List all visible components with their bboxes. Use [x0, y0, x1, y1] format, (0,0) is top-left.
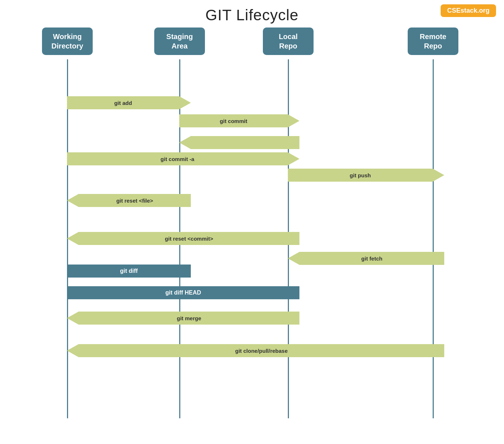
arrow-git-commit: git commit [179, 114, 299, 127]
csestack-badge: CSEstack.org [441, 4, 496, 17]
arrow-git-commit-a-head [288, 152, 299, 165]
arrow-git-push: git push [288, 169, 444, 182]
arrow-git-reset-commit: git reset <commit> [67, 232, 299, 245]
arrow-git-fetch-head [288, 252, 299, 265]
teal-bar-git-diff-head: git diff HEAD [67, 286, 299, 299]
arrow-git-add-head [179, 96, 191, 109]
arrow-git-reset-file: git reset <file> [67, 194, 191, 207]
arrow-git-commit-a: git commit -a [67, 152, 299, 165]
arrow-git-fetch: git fetch [288, 252, 444, 265]
arrow-git-merge-body: git merge [79, 312, 299, 325]
arrow-git-commit-body: git commit [179, 114, 288, 127]
arrow-git-add: git add [67, 96, 191, 109]
arrow-git-add-body: git add [67, 96, 179, 109]
arrow-git-fetch-body: git fetch [299, 252, 444, 265]
col-header-local-repo: LocalRepo [263, 28, 314, 55]
arrow-git-commit-head [288, 114, 299, 127]
arrow-git-push-head [433, 169, 444, 182]
arrow-git-reset-file-body: git reset <file> [79, 194, 191, 207]
arrow-git-commit-back-head [179, 136, 191, 149]
arrow-git-clone-body: git clone/pull/rebase [79, 344, 444, 357]
arrow-git-merge: git merge [67, 312, 299, 325]
teal-bar-git-diff: git diff [67, 265, 191, 278]
arrow-git-commit-a-body: git commit -a [67, 152, 288, 165]
arrow-git-merge-head [67, 312, 79, 325]
col-header-working-dir: WorkingDirectory [42, 28, 93, 55]
arrow-git-reset-file-head [67, 194, 79, 207]
page-title: GIT Lifecycle [0, 0, 504, 24]
arrow-git-reset-commit-head [67, 232, 79, 245]
arrow-git-clone-head [67, 344, 79, 357]
col-header-staging-area: StagingArea [154, 28, 205, 55]
arrow-git-reset-commit-body: git reset <commit> [79, 232, 299, 245]
arrow-git-clone: git clone/pull/rebase [67, 344, 444, 357]
col-header-remote-repo: RemoteRepo [408, 28, 458, 55]
diagram: WorkingDirectory StagingArea LocalRepo R… [35, 28, 469, 433]
arrow-git-push-body: git push [288, 169, 433, 182]
arrow-git-commit-back [179, 136, 299, 149]
vline-remote-repo [433, 59, 434, 418]
arrow-git-commit-back-body [191, 136, 299, 149]
